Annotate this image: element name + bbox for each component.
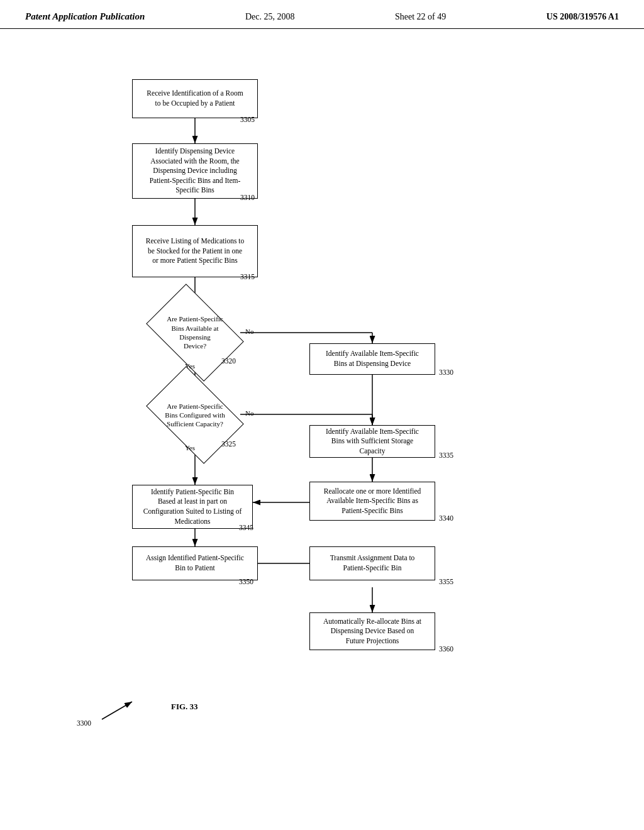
ref-3335: 3335 bbox=[439, 451, 453, 459]
box-3305: Receive Identification of a Room to be O… bbox=[132, 79, 258, 118]
diamond-3325: Are Patient-Specific Bins Configured wit… bbox=[154, 387, 236, 443]
diamond-3325-text: Are Patient-Specific Bins Configured wit… bbox=[160, 402, 230, 429]
figure-label: FIG. 33 bbox=[171, 702, 198, 712]
ref-3320: 3320 bbox=[221, 357, 236, 365]
ref-3345: 3345 bbox=[239, 524, 253, 531]
box-3350: Assign Identified Patient-Specific Bin t… bbox=[132, 546, 258, 580]
box-3345: Identify Patient-Specific Bin Based at l… bbox=[132, 485, 253, 529]
ref-3330: 3330 bbox=[439, 368, 453, 376]
box-3310: Identify Dispensing Device Associated wi… bbox=[132, 143, 258, 199]
box-3355: Transmit Assignment Data to Patient-Spec… bbox=[309, 546, 435, 580]
box-3340: Reallocate one or more Identified Availa… bbox=[309, 482, 435, 521]
page-header: Patent Application Publication Dec. 25, … bbox=[0, 0, 644, 29]
label-no-3325: No bbox=[245, 409, 253, 417]
ref-3355: 3355 bbox=[439, 578, 453, 585]
diamond-3320-text: Are Patient-Specific Bins Available at D… bbox=[160, 314, 230, 350]
flowchart: Receive Identification of a Room to be O… bbox=[39, 48, 605, 771]
patent-number: US 2008/319576 A1 bbox=[547, 12, 619, 22]
ref-3300: 3300 bbox=[77, 719, 91, 727]
label-no-3320: No bbox=[245, 328, 253, 335]
main-content: Receive Identification of a Room to be O… bbox=[0, 29, 644, 790]
arrows-svg bbox=[39, 48, 605, 771]
label-yes-3325: Yes bbox=[185, 444, 195, 451]
ref-3305: 3305 bbox=[240, 116, 255, 123]
ref-3315: 3315 bbox=[240, 273, 255, 280]
publication-date: Dec. 25, 2008 bbox=[245, 12, 295, 22]
sheet-info: Sheet 22 of 49 bbox=[395, 12, 446, 22]
ref-3350: 3350 bbox=[239, 578, 253, 585]
box-3360: Automatically Re-allocate Bins at Dispen… bbox=[309, 612, 435, 650]
box-3315: Receive Listing of Medications to be Sto… bbox=[132, 225, 258, 277]
box-3335: Identify Available Item-Specific Bins wi… bbox=[309, 425, 435, 458]
svg-line-16 bbox=[102, 702, 132, 719]
ref-3340: 3340 bbox=[439, 514, 453, 522]
diamond-3320: Are Patient-Specific Bins Available at D… bbox=[154, 304, 236, 361]
box-3330: Identify Available Item-Specific Bins at… bbox=[309, 343, 435, 375]
ref-3310: 3310 bbox=[240, 194, 255, 201]
publication-title: Patent Application Publication bbox=[25, 11, 145, 22]
ref-3360: 3360 bbox=[439, 645, 453, 653]
ref-3325: 3325 bbox=[221, 440, 236, 448]
